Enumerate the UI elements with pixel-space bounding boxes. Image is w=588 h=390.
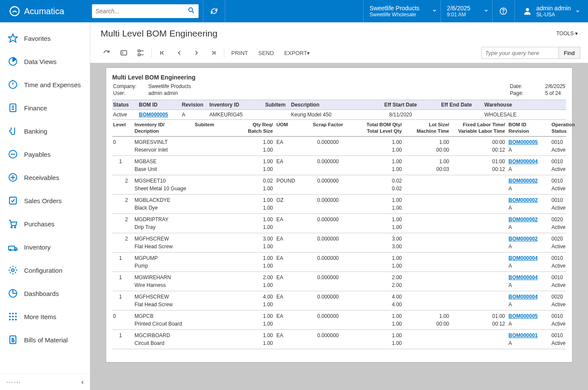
sidebar-icon [8,195,18,206]
bom-link[interactable]: BOM000004 [508,255,538,261]
svg-point-21 [11,227,12,228]
sidebar-label: Finance [24,104,47,112]
help-button[interactable] [492,0,514,22]
sidebar-icon [8,126,18,136]
svg-rect-41 [138,50,140,52]
bom-link[interactable]: BOM000002 [508,197,538,203]
collapse-icon[interactable]: ‹ [81,378,84,387]
svg-point-28 [9,313,11,314]
sidebar-label: Data Views [24,58,57,65]
sidebar-item-payables[interactable]: Payables [0,143,90,166]
svg-point-22 [15,227,16,228]
refresh-button[interactable] [203,0,225,22]
chevron-down-icon [575,9,580,14]
groups-button[interactable] [132,46,150,60]
sidebar-icon [8,265,18,275]
detail-row: 1MGWIREHARNWire Harness2.001.00EA0.00000… [112,272,566,291]
sidebar-item-purchases[interactable]: Purchases [0,212,90,235]
bom-main-row: Active BOM000005 A AMKEURIG45 Keurig Mod… [112,110,566,120]
bom-link[interactable]: BOM000004 [508,274,538,280]
search-icon[interactable] [187,6,195,16]
bom-link[interactable]: BOM000002 [508,236,538,242]
sidebar-item-configuration[interactable]: Configuration [0,259,90,282]
detail-row: 1MGBASEBase Unit1.001.00EA0.0000001.001.… [112,156,566,175]
send-button[interactable]: SEND [253,46,279,60]
svg-point-26 [12,269,14,271]
first-page-button[interactable] [153,46,171,60]
svg-rect-38 [121,51,127,55]
svg-point-31 [9,316,11,317]
refresh-button[interactable] [98,46,115,60]
sidebar-icon [8,242,18,252]
svg-line-2 [192,11,194,13]
svg-point-33 [15,316,17,317]
sidebar-icon [8,149,18,159]
export-button[interactable]: EXPORT ▾ [279,46,315,60]
detail-row: 0MGPCBPrinted Circuit Board1.001.00EA0.0… [112,311,566,330]
svg-point-36 [15,319,17,320]
sidebar-item-bills-of-material[interactable]: Bills of Material [0,328,90,351]
company-selector[interactable]: Sweetlife Products Sweetlife Wholesale [363,0,441,22]
parameters-button[interactable] [115,46,132,60]
user-icon [523,6,532,16]
bom-link[interactable]: BOM000005 [139,112,168,118]
last-page-button[interactable] [205,46,222,60]
sidebar-label: Time and Expenses [24,81,81,88]
bom-link[interactable]: BOM000002 [508,178,538,184]
sidebar-label: Configuration [24,267,62,274]
bom-link[interactable]: BOM000002 [508,216,538,222]
sidebar-item-dashboards[interactable]: Dashboards [0,282,90,305]
sidebar-item-banking[interactable]: Banking [0,119,90,143]
bom-link[interactable]: BOM000005 [508,313,538,319]
detail-row: 2MGFHSCREWFlat Head Screw3.001.00EA0.000… [112,233,566,253]
sidebar-icon [8,335,18,345]
bom-link[interactable]: BOM000004 [508,294,538,300]
global-search[interactable] [92,4,199,18]
sidebar-item-time-and-expenses[interactable]: Time and Expenses [0,73,90,96]
svg-point-32 [12,316,14,317]
sidebar-icon [8,219,18,229]
bom-link[interactable]: BOM000001 [508,332,538,338]
sidebar-icon [8,33,18,43]
sidebar-label: Sales Orders [24,197,62,204]
detail-row: 2MGBLACKDYEBlack Dye1.001.00OZ0.0000001.… [112,195,566,214]
tools-menu[interactable]: TOOLS ▾ [556,30,578,37]
next-page-button[interactable] [188,46,205,60]
bom-header-row: Status BOM ID Revision Inventory ID Subi… [112,100,566,110]
prev-page-button[interactable] [171,46,188,60]
sidebar-item-sales-orders[interactable]: Sales Orders [0,189,90,212]
page-title: Multi Level BOM Engineering [101,28,217,39]
user-menu[interactable]: admin admin SL-USA [514,0,588,22]
svg-point-29 [12,313,14,314]
find-button[interactable]: Find [559,47,580,59]
sidebar-item-inventory[interactable]: Inventory [0,235,90,259]
brand-logo[interactable]: Acumatica [0,5,90,17]
help-icon [499,7,508,15]
print-button[interactable]: PRINT [226,46,253,60]
sidebar-item-data-views[interactable]: Data Views [0,50,90,73]
sidebar-item-finance[interactable]: Finance [0,96,90,119]
svg-marker-6 [9,34,17,42]
bom-link[interactable]: BOM000004 [508,158,538,165]
refresh-icon [210,7,218,15]
topbar: Acumatica Sweetlife Products Sweetlife W… [0,0,588,22]
detail-row: 1MGFHSCREWFlat Head Screw4.001.00EA0.000… [112,291,566,311]
svg-point-5 [526,8,529,11]
svg-point-1 [189,8,193,12]
sidebar-icon [8,79,18,90]
sidebar-footer: ⋯⋯ ‹ [0,374,90,390]
bom-link[interactable]: BOM000005 [508,139,538,145]
search-input[interactable] [95,8,187,15]
detail-row: 1MGPUMPPump1.001.00EA0.0000001.001.00BOM… [112,253,566,272]
sidebar-icon [8,103,18,113]
report-toolbar: PRINT SEND EXPORT ▾ Find [90,43,588,63]
sidebar-label: Inventory [24,244,51,251]
more-icon[interactable]: ⋯⋯ [6,378,21,386]
query-input[interactable] [481,47,559,59]
sidebar-label: Payables [24,151,51,158]
business-date[interactable]: 2/6/2025 9:01 AM [441,0,492,22]
chevron-down-icon [432,8,437,15]
sidebar-item-receivables[interactable]: Receivables [0,166,90,189]
sidebar-item-favorites[interactable]: Favorites [0,27,90,50]
sidebar-item-more-items[interactable]: More Items [0,305,90,328]
